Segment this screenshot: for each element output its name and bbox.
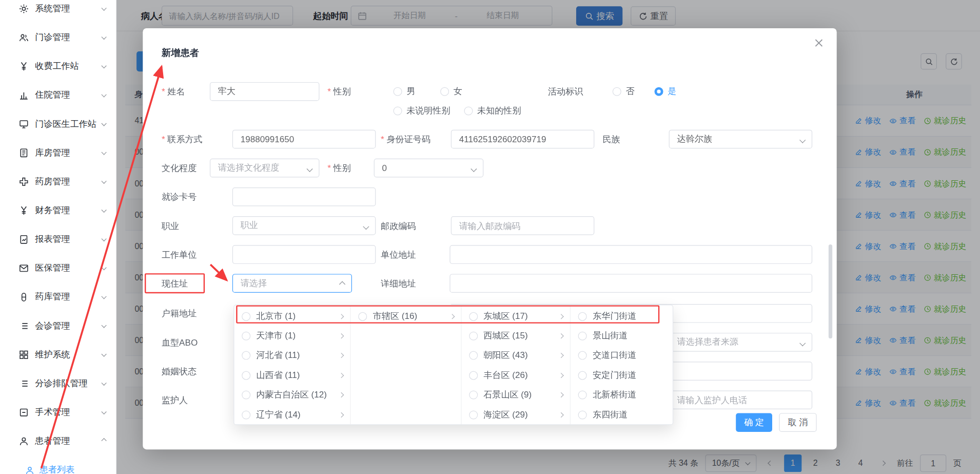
cascader-option[interactable]: 交道口街道: [571, 346, 673, 366]
radio-icon: [469, 410, 478, 419]
id-number-input[interactable]: [451, 130, 595, 149]
gender-radio-unknown[interactable]: 未知的性别: [464, 102, 521, 121]
guardian-phone-input[interactable]: [669, 390, 813, 409]
cancel-button[interactable]: 取 消: [779, 413, 816, 432]
education-select[interactable]: 请选择文化程度: [210, 159, 320, 178]
work-unit-input[interactable]: [232, 245, 376, 264]
name-label: 姓名: [162, 82, 185, 101]
cascader-option[interactable]: 东华门街道: [571, 307, 673, 326]
cascader-option[interactable]: 北新桥街道: [571, 385, 673, 405]
radio-selected-icon: [655, 87, 663, 96]
sidebar-item[interactable]: 报表管理: [0, 225, 116, 254]
radio-icon: [242, 351, 250, 360]
sidebar-item[interactable]: 维护系统: [0, 340, 116, 369]
cascader-option[interactable]: 西城区 (15): [462, 326, 571, 346]
detail-address-input[interactable]: [449, 274, 812, 293]
sidebar-subitem-patient-list[interactable]: 患者列表: [0, 456, 116, 474]
modal-scrollbar[interactable]: [829, 244, 832, 338]
cascader-option[interactable]: 辽宁省 (14): [234, 405, 350, 424]
grid-icon: [19, 350, 29, 360]
radio-icon: [578, 351, 587, 360]
cascader-option[interactable]: 海淀区 (29): [462, 405, 571, 424]
education-label: 文化程度: [162, 159, 197, 178]
radio-icon: [242, 312, 250, 320]
cascader-option[interactable]: 朝阳区 (43): [462, 346, 571, 366]
sidebar-item[interactable]: 分诊排队管理: [0, 369, 116, 398]
chevron-right-icon: [559, 353, 564, 358]
sidebar-item[interactable]: 住院管理: [0, 81, 116, 109]
sidebar-menu: 系统管理门诊管理收费工作站住院管理门诊医生工作站库房管理药房管理财务管理报表管理…: [0, 0, 116, 474]
work-unit-label: 工作单位: [162, 245, 197, 264]
radio-icon: [469, 371, 478, 380]
cascader-option[interactable]: 丰台区 (26): [462, 366, 571, 385]
current-address-select[interactable]: 请选择: [232, 274, 352, 293]
chevron-down-icon: [101, 409, 106, 414]
sidebar-item[interactable]: 财务管理: [0, 196, 116, 225]
radio-icon: [578, 371, 587, 380]
chevron-right-icon: [339, 333, 344, 338]
gender-code-select[interactable]: 0: [374, 159, 484, 178]
name-input[interactable]: [210, 82, 320, 101]
radio-icon: [359, 312, 367, 320]
sidebar-item[interactable]: 库房管理: [0, 139, 116, 167]
gender-radio-female[interactable]: 女: [440, 82, 462, 101]
cascader-option[interactable]: 东城区 (17): [462, 307, 571, 326]
confirm-button[interactable]: 确 定: [736, 413, 772, 432]
chevron-right-icon: [559, 314, 564, 319]
sidebar-item[interactable]: 药房管理: [0, 167, 116, 196]
sidebar-item[interactable]: 患者管理: [0, 427, 116, 456]
cascader-option[interactable]: 北京市 (1): [234, 307, 350, 326]
radio-icon: [242, 371, 250, 380]
patient-source-select[interactable]: 请选择患者来源: [669, 333, 813, 352]
cascader-option[interactable]: 市辖区 (16): [351, 307, 461, 326]
cascader-option[interactable]: 天津市 (1): [234, 326, 350, 346]
sidebar-item[interactable]: 系统管理: [0, 0, 116, 23]
chevron-right-icon: [559, 333, 564, 338]
ethnicity-select[interactable]: 达斡尔族: [669, 130, 813, 149]
contact-input[interactable]: [232, 130, 376, 149]
cascader-column: 东城区 (17)西城区 (15)朝阳区 (43)丰台区 (26)石景山区 (9)…: [462, 305, 571, 424]
visit-card-input[interactable]: [232, 187, 376, 206]
id-number-label: 身份证号码: [381, 130, 430, 149]
sidebar-item[interactable]: 药库管理: [0, 282, 116, 311]
work-address-label: 单位地址: [381, 245, 416, 264]
cascader-column: 北京市 (1)天津市 (1)河北省 (11)山西省 (11)内蒙古自治区 (12…: [234, 305, 351, 424]
visit-card-label: 就诊卡号: [162, 187, 197, 206]
radio-icon: [394, 87, 402, 96]
chevron-down-icon: [101, 236, 106, 241]
chevron-down-icon: [101, 121, 106, 126]
cascader-option[interactable]: 内蒙古自治区 (12): [234, 385, 350, 405]
gender-label: 性别: [327, 82, 351, 101]
gender-radio-unstated[interactable]: 未说明性别: [394, 102, 450, 121]
postal-code-input[interactable]: [451, 216, 595, 235]
active-radio-no[interactable]: 否: [613, 82, 635, 101]
work-address-input[interactable]: [449, 245, 812, 264]
cascader-option[interactable]: 东四街道: [571, 405, 673, 424]
occupation-label: 职业: [162, 216, 179, 235]
sidebar-item[interactable]: 手术管理: [0, 398, 116, 427]
occupation-select[interactable]: 职业: [232, 216, 376, 235]
chevron-right-icon: [449, 314, 455, 319]
chevron-down-icon: [101, 323, 106, 328]
radio-icon: [578, 312, 587, 320]
cascader-option[interactable]: 河北省 (11): [234, 346, 350, 366]
marital-status-label: 婚姻状态: [162, 362, 197, 381]
monitor-icon: [19, 119, 29, 129]
modal-title: 新增患者: [162, 47, 199, 59]
sidebar-item[interactable]: 门诊医生工作站: [0, 110, 116, 139]
chevron-up-icon: [339, 281, 345, 288]
pill-icon: [19, 292, 29, 302]
chevron-right-icon: [339, 373, 344, 378]
gender-radio-male[interactable]: 男: [394, 82, 416, 101]
cascader-option[interactable]: 山西省 (11): [234, 366, 350, 385]
sidebar-item[interactable]: 收费工作站: [0, 52, 116, 81]
cascader-option[interactable]: 景山街道: [571, 326, 673, 346]
cascader-option[interactable]: 安定门街道: [571, 366, 673, 385]
cascader-option[interactable]: 石景山区 (9): [462, 385, 571, 405]
sidebar-item[interactable]: 医保管理: [0, 254, 116, 282]
chevron-right-icon: [559, 373, 564, 378]
sidebar-item[interactable]: 会诊管理: [0, 312, 116, 340]
active-radio-yes[interactable]: 是: [655, 82, 677, 101]
sidebar-item[interactable]: 门诊管理: [0, 23, 116, 52]
close-icon[interactable]: [814, 37, 825, 48]
